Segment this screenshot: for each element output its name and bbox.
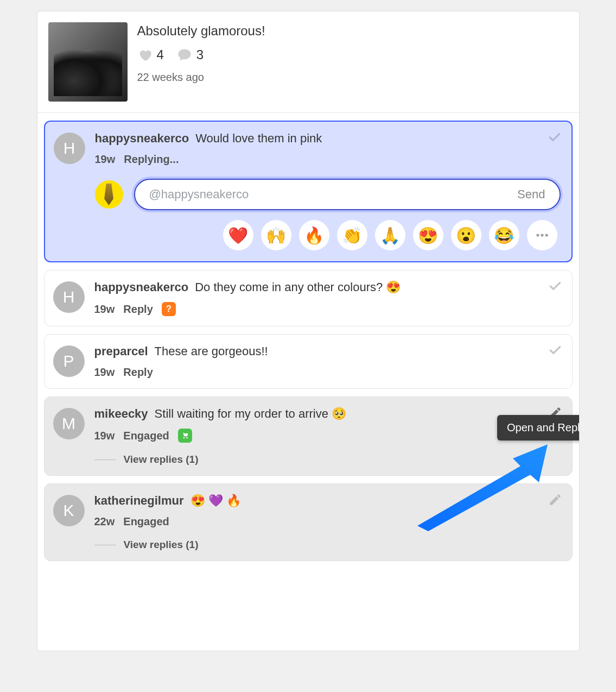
comment-age: 19w — [94, 366, 115, 379]
comment-text: Do they come in any other colours? 😍 — [195, 280, 401, 294]
comment-username[interactable]: preparcel — [94, 344, 148, 358]
check-icon[interactable] — [548, 130, 562, 144]
emoji-more-button[interactable] — [527, 220, 557, 250]
avatar[interactable]: H — [53, 281, 85, 313]
comment-age: 22w — [94, 515, 115, 528]
tooltip-label: Open and Reply — [507, 422, 579, 433]
emoji-clap[interactable]: 👏 — [337, 220, 367, 250]
post-thumbnail[interactable] — [48, 22, 128, 102]
check-icon[interactable] — [548, 343, 562, 357]
reply-compose: @happysneakerco Send — [95, 179, 561, 210]
emoji-wow[interactable]: 😮 — [451, 220, 481, 250]
comment-username[interactable]: mikeecky — [94, 407, 148, 421]
emoji-pray[interactable]: 🙏 — [375, 220, 405, 250]
post-panel: Absolutely glamorous! 4 3 22 weeks ago — [37, 11, 580, 651]
svg-point-2 — [545, 234, 548, 236]
comment-text: These are gorgeous!! — [155, 344, 268, 358]
heart-icon — [137, 47, 153, 62]
comment-username[interactable]: happysneakerco — [95, 131, 189, 146]
view-replies-label: View replies (1) — [124, 539, 199, 551]
comment-status: Engaged — [123, 430, 169, 442]
comment-username[interactable]: happysneakerco — [94, 280, 189, 294]
reply-input-pill[interactable]: @happysneakerco Send — [134, 179, 561, 210]
comment-status[interactable]: Replying... — [124, 153, 179, 166]
comment-text: Still waiting for my order to arrive 🥺 — [155, 407, 346, 421]
emoji-raised-hands[interactable]: 🙌 — [261, 220, 291, 250]
comments-list[interactable]: H happysneakerco Would love them in pink… — [37, 113, 579, 651]
comments-count: 3 — [196, 47, 204, 62]
comment-username[interactable]: katherinegilmur — [94, 494, 184, 508]
emoji-row: ❤️ 🙌 🔥 👏 🙏 😍 😮 😂 — [54, 220, 561, 250]
avatar[interactable]: H — [54, 133, 85, 164]
comment-text: 😍 💜 🔥 — [190, 494, 241, 508]
comment-card[interactable]: M mikeecky Still waiting for my order to… — [44, 397, 573, 476]
emoji-fire[interactable]: 🔥 — [299, 220, 329, 250]
post-age: 22 weeks ago — [137, 71, 265, 84]
dash-icon — [94, 460, 116, 460]
mention-prefill: @happysneakerco — [149, 187, 249, 202]
dash-icon — [94, 545, 116, 545]
comment-card[interactable]: H happysneakerco Do they come in any oth… — [44, 270, 573, 326]
comment-age: 19w — [94, 303, 115, 316]
comment-age: 19w — [95, 153, 116, 166]
post-stats: 4 3 — [137, 47, 265, 62]
emoji-joy[interactable]: 😂 — [489, 220, 519, 250]
comment-icon — [177, 47, 192, 62]
post-info: Absolutely glamorous! 4 3 22 weeks ago — [137, 22, 265, 102]
comment-age: 19w — [94, 430, 115, 442]
send-button[interactable]: Send — [517, 187, 545, 202]
reply-input[interactable] — [252, 187, 517, 202]
view-replies-label: View replies (1) — [124, 454, 199, 465]
comment-status: Engaged — [123, 515, 169, 528]
post-caption: Absolutely glamorous! — [137, 23, 265, 39]
view-replies-button[interactable]: View replies (1) — [94, 454, 561, 465]
view-replies-button[interactable]: View replies (1) — [94, 539, 561, 551]
emoji-heart-eyes[interactable]: 😍 — [413, 220, 443, 250]
emoji-heart[interactable]: ❤️ — [223, 220, 253, 250]
post-header: Absolutely glamorous! 4 3 22 weeks ago — [37, 11, 579, 113]
likes-count: 4 — [157, 47, 164, 62]
comment-card[interactable]: K katherinegilmur 😍 💜 🔥 22w Engaged View… — [44, 483, 573, 561]
svg-point-1 — [541, 234, 543, 236]
likes-stat[interactable]: 4 — [137, 47, 164, 62]
comment-card[interactable]: H happysneakerco Would love them in pink… — [44, 121, 573, 262]
reply-button[interactable]: Reply — [123, 303, 153, 316]
comment-text: Would love them in pink — [195, 131, 322, 146]
cart-tag-icon[interactable] — [178, 429, 192, 443]
edit-reply-button[interactable] — [548, 493, 562, 507]
comment-card[interactable]: P preparcel These are gorgeous!! 19w Rep… — [44, 334, 573, 389]
open-and-reply-tooltip: Open and Reply — [497, 415, 579, 441]
question-tag-icon[interactable]: ? — [162, 302, 176, 316]
check-icon[interactable] — [548, 279, 562, 293]
avatar[interactable]: P — [53, 345, 85, 377]
reply-button[interactable]: Reply — [123, 366, 153, 379]
svg-point-0 — [536, 234, 539, 236]
compose-avatar[interactable] — [95, 180, 123, 209]
avatar[interactable]: K — [53, 495, 85, 526]
avatar[interactable]: M — [53, 408, 85, 439]
comments-stat[interactable]: 3 — [177, 47, 204, 62]
